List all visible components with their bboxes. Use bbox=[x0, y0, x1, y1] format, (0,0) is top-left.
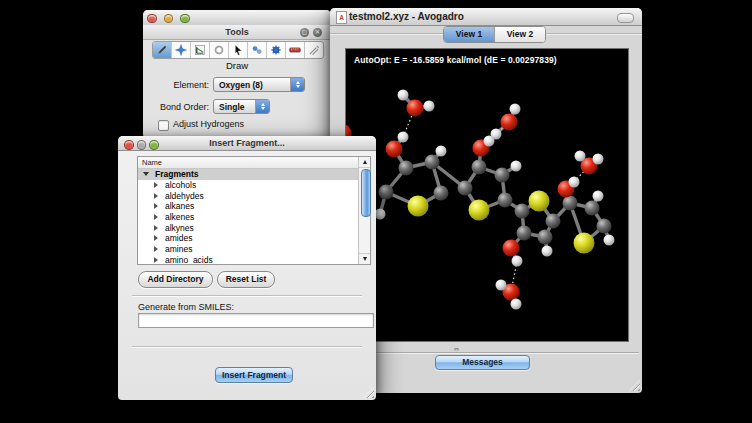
fragment-label: alkenes bbox=[165, 212, 194, 222]
bond-centric-tool-button[interactable] bbox=[191, 42, 210, 58]
tool-mode-label: Draw bbox=[143, 60, 331, 71]
auto-optimize-tool-button[interactable] bbox=[267, 42, 286, 58]
minimize-button[interactable] bbox=[137, 140, 147, 150]
molecule-canvas[interactable] bbox=[346, 49, 628, 341]
manipulate-tool-button[interactable] bbox=[210, 42, 229, 58]
fragment-label: amines bbox=[165, 244, 192, 254]
tools-window-titlebar[interactable] bbox=[143, 10, 331, 26]
selection-tool-button[interactable] bbox=[229, 42, 248, 58]
resize-grip[interactable] bbox=[363, 387, 374, 398]
fragment-root-row[interactable]: Fragments bbox=[138, 169, 359, 180]
resize-grip[interactable] bbox=[629, 380, 640, 391]
align-tool-button[interactable] bbox=[305, 42, 323, 58]
bond-order-label: Bond Order: bbox=[143, 102, 209, 112]
scroll-down-icon[interactable] bbox=[359, 253, 370, 264]
atom-O bbox=[501, 114, 518, 131]
document-proxy-icon[interactable]: A bbox=[336, 11, 347, 24]
scrollbar-thumb[interactable] bbox=[361, 169, 371, 217]
collapsed-triangle-icon[interactable] bbox=[154, 235, 158, 241]
reset-list-button[interactable]: Reset List bbox=[217, 271, 275, 288]
element-value: Oxygen (8) bbox=[219, 80, 263, 90]
auto-rotate-tool-button[interactable] bbox=[248, 42, 267, 58]
autoopt-status-text: AutoOpt: E = -16.5859 kcal/mol (dE = 0.0… bbox=[354, 55, 557, 65]
collapsed-triangle-icon[interactable] bbox=[154, 214, 158, 220]
atom-H bbox=[512, 256, 523, 267]
tab-view-1[interactable]: View 1 bbox=[444, 27, 495, 42]
splitter-dimple[interactable] bbox=[454, 348, 459, 351]
messages-button[interactable]: Messages bbox=[435, 355, 530, 370]
popup-arrows-icon bbox=[255, 100, 269, 113]
list-header-name[interactable]: Name bbox=[138, 157, 359, 169]
atom-H bbox=[436, 146, 447, 157]
fragment-item-amino_acids[interactable]: amino_acids bbox=[138, 255, 359, 265]
separator bbox=[132, 295, 362, 297]
fragment-item-alkenes[interactable]: alkenes bbox=[138, 212, 359, 223]
separator bbox=[132, 346, 362, 348]
collapsed-triangle-icon[interactable] bbox=[154, 246, 158, 252]
fragment-item-alcohols[interactable]: alcohols bbox=[138, 180, 359, 191]
atom-C bbox=[597, 219, 612, 234]
tools-dock-header[interactable]: Tools ◻ ✕ bbox=[143, 25, 331, 40]
navigate-tool-button[interactable] bbox=[172, 42, 191, 58]
atom-O bbox=[503, 240, 520, 257]
atom-H bbox=[604, 235, 615, 246]
element-select[interactable]: Oxygen (8) bbox=[213, 77, 305, 92]
fragment-label: alcohols bbox=[165, 180, 196, 190]
dock-close-icon[interactable]: ✕ bbox=[313, 28, 322, 37]
popup-arrows-icon bbox=[290, 78, 304, 91]
collapsed-triangle-icon[interactable] bbox=[154, 203, 158, 209]
collapsed-triangle-icon[interactable] bbox=[154, 193, 158, 199]
draw-tool-button[interactable] bbox=[153, 42, 172, 58]
atom-H bbox=[542, 246, 553, 257]
expanded-triangle-icon[interactable] bbox=[143, 172, 149, 176]
atom-H bbox=[398, 90, 409, 101]
fragment-item-aldehydes[interactable]: aldehydes bbox=[138, 190, 359, 201]
atom-H bbox=[569, 177, 580, 188]
zoom-button[interactable] bbox=[180, 14, 190, 24]
add-directory-button[interactable]: Add Directory bbox=[138, 271, 213, 288]
fragment-item-alkanes[interactable]: alkanes bbox=[138, 201, 359, 212]
smiles-input[interactable] bbox=[138, 313, 374, 328]
scroll-up-icon[interactable] bbox=[359, 157, 370, 168]
collapsed-triangle-icon[interactable] bbox=[154, 182, 158, 188]
fragment-item-amines[interactable]: amines bbox=[138, 244, 359, 255]
vertical-scrollbar[interactable] bbox=[358, 157, 370, 264]
atom-O bbox=[407, 100, 424, 117]
adjust-hydrogens-checkbox[interactable] bbox=[158, 120, 169, 131]
fragment-list: Name Fragmentsalcoholsaldehydesalkanesal… bbox=[137, 156, 371, 265]
fragment-item-alkynes[interactable]: alkynes bbox=[138, 222, 359, 233]
measure-tool-button[interactable] bbox=[286, 42, 305, 58]
fragment-label: alkanes bbox=[165, 201, 194, 211]
close-button[interactable] bbox=[147, 14, 157, 24]
atom-H bbox=[575, 151, 586, 162]
render-viewport[interactable]: AutoOpt: E = -16.5859 kcal/mol (dE = 0.0… bbox=[345, 48, 629, 342]
atom-C bbox=[538, 230, 553, 245]
tab-view-2[interactable]: View 2 bbox=[495, 27, 545, 42]
fragment-label: alkynes bbox=[165, 223, 194, 233]
atom-C bbox=[585, 201, 600, 216]
main-window: A testmol2.xyz - Avogadro View 1View 2 A… bbox=[330, 8, 642, 393]
collapsed-triangle-icon[interactable] bbox=[154, 225, 158, 231]
dialog-titlebar[interactable]: Insert Fragment... bbox=[118, 136, 376, 151]
main-window-titlebar[interactable]: A testmol2.xyz - Avogadro bbox=[330, 8, 642, 26]
atom-H bbox=[593, 154, 604, 165]
minimize-button[interactable] bbox=[164, 14, 174, 24]
fragment-label: aldehydes bbox=[165, 191, 204, 201]
bond-order-select[interactable]: Single bbox=[213, 99, 270, 114]
toolbar-pill-button[interactable] bbox=[617, 13, 634, 23]
atom-H bbox=[424, 101, 435, 112]
zoom-button[interactable] bbox=[149, 140, 159, 150]
atom-C bbox=[517, 226, 532, 241]
atom-C bbox=[425, 155, 440, 170]
collapsed-triangle-icon[interactable] bbox=[154, 257, 158, 263]
atom-H bbox=[491, 129, 502, 140]
atom-H bbox=[398, 132, 409, 143]
insert-fragment-button[interactable]: Insert Fragment bbox=[215, 367, 293, 383]
insert-fragment-dialog: Insert Fragment... Name Fragmentsalcohol… bbox=[118, 136, 376, 400]
messages-splitter[interactable] bbox=[333, 352, 639, 354]
close-button[interactable] bbox=[124, 140, 134, 150]
fragment-label: amides bbox=[165, 233, 192, 243]
dock-float-icon[interactable]: ◻ bbox=[300, 28, 309, 37]
fragment-label: Fragments bbox=[155, 169, 198, 179]
fragment-item-amides[interactable]: amides bbox=[138, 233, 359, 244]
